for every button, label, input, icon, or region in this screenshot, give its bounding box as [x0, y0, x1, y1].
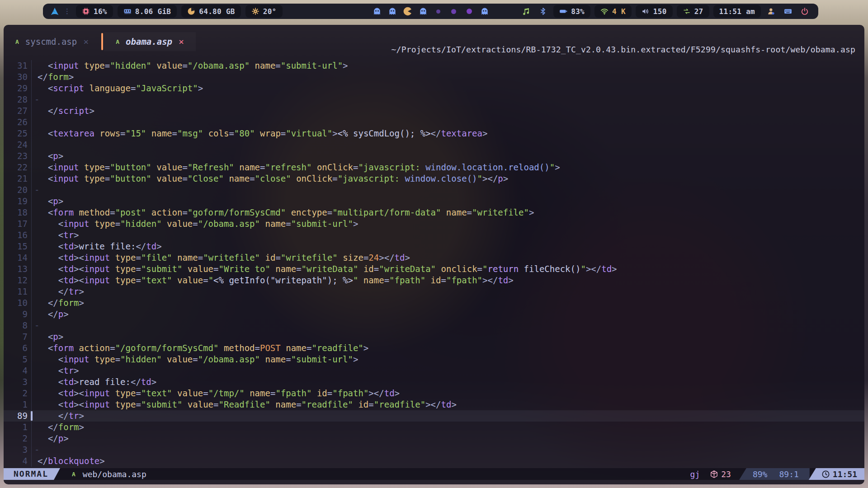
workspace-6[interactable]: [449, 7, 458, 16]
code-line[interactable]: 10 </form>: [4, 297, 864, 309]
code-line[interactable]: 6 <form action="/goform/formSysCmd" meth…: [4, 343, 864, 354]
module-disk[interactable]: 64.80 GB: [181, 5, 241, 18]
workspace-1[interactable]: [373, 7, 382, 16]
code-line[interactable]: 18 <form method="post" action="goform/fo…: [4, 207, 864, 218]
code-line[interactable]: 2 <td><input type="text" value="/tmp/" n…: [4, 388, 864, 399]
time-segment: 11:51: [809, 468, 864, 480]
code-line[interactable]: 12 <td><input type="text" value="<% getI…: [4, 275, 864, 286]
module-memory[interactable]: 8.06 GiB: [118, 5, 177, 18]
word-count-value: 23: [721, 469, 731, 479]
code-line[interactable]: 29 <script language="JavaScript">: [4, 83, 864, 94]
module-updates[interactable]: 27: [677, 5, 709, 18]
code-line[interactable]: 22 <input type="button" value="Refresh" …: [4, 162, 864, 173]
filetype-icon: A: [72, 471, 75, 478]
line-number: 15: [4, 241, 32, 252]
workspace-3[interactable]: [403, 7, 412, 16]
code-line[interactable]: 4 <tr>: [4, 365, 864, 376]
statusline: NORMAL A web/obama.asp gj 23 89% 89:1 11…: [4, 468, 864, 480]
code-line[interactable]: 14 <td><input type="file" name="writefil…: [4, 252, 864, 263]
arch-logo-icon[interactable]: [50, 7, 59, 16]
code-line[interactable]: 26: [4, 117, 864, 128]
keyboard-icon: [784, 7, 792, 15]
module-clock[interactable]: 11:51 am: [713, 5, 761, 18]
code-line[interactable]: 2 </p>: [4, 433, 864, 444]
tab-close-icon[interactable]: ×: [83, 37, 89, 46]
code-text: <p>: [38, 196, 63, 207]
code-line[interactable]: 17 <input type="hidden" value="/obama.as…: [4, 218, 864, 230]
updates-icon: [683, 7, 691, 15]
code-text: </form>: [38, 422, 84, 433]
menu-dots-icon[interactable]: ⋮: [64, 7, 71, 15]
code-text: </tr>: [38, 286, 84, 297]
cpu-icon: [82, 7, 90, 15]
workspace-5[interactable]: [434, 7, 443, 16]
module-cpu-value: 16%: [94, 7, 107, 16]
module-network[interactable]: 4 K: [594, 5, 632, 18]
wifi-icon: [600, 7, 609, 15]
code-line[interactable]: 7 <p>: [4, 331, 864, 343]
tab-label: obama.asp: [126, 37, 172, 47]
code-line[interactable]: 27 </script>: [4, 105, 864, 117]
cube-icon: [710, 470, 718, 479]
code-line[interactable]: 23 <p>: [4, 150, 864, 162]
code-line[interactable]: 89 </tr>: [4, 410, 864, 422]
tab-obama.asp[interactable]: Aobama.asp×: [104, 32, 196, 51]
code-line[interactable]: 25 <textarea rows="15" name="msg" cols="…: [4, 128, 864, 139]
code-text: </form>: [38, 71, 74, 83]
module-battery[interactable]: 83%: [553, 5, 590, 18]
code-line[interactable]: 19 <p>: [4, 196, 864, 207]
tab-syscmd.asp[interactable]: Asyscmd.asp×: [4, 32, 100, 51]
workspace-2[interactable]: [388, 7, 397, 16]
module-media[interactable]: [520, 5, 533, 18]
line-number: 28: [4, 94, 32, 105]
code-line[interactable]: 8-: [4, 320, 864, 331]
module-battery-value: 83%: [571, 7, 585, 16]
module-cpu[interactable]: 16%: [76, 5, 113, 18]
module-user[interactable]: [765, 5, 778, 18]
code-line[interactable]: 15 <td>write file:</td>: [4, 241, 864, 252]
code-line[interactable]: 5 <input type="hidden" value="/obama.asp…: [4, 354, 864, 365]
code-line[interactable]: 28-: [4, 94, 864, 105]
code-line[interactable]: 3-: [4, 444, 864, 455]
code-text: <input type="button" value="Refresh" nam…: [38, 162, 560, 173]
workspace-7[interactable]: [465, 7, 474, 16]
code-line[interactable]: 16 <tr>: [4, 230, 864, 241]
ghost-icon: [480, 7, 489, 16]
code-area[interactable]: 31 <input type="hidden" value="/obama.as…: [4, 60, 864, 467]
module-keyboard-layout[interactable]: [782, 5, 794, 18]
line-number: 23: [4, 150, 32, 162]
code-line[interactable]: 1 <td><input type="submit" value="Readfi…: [4, 399, 864, 410]
workspace-4[interactable]: [419, 7, 428, 16]
code-line[interactable]: 24: [4, 139, 864, 150]
line-number: 16: [4, 230, 32, 241]
code-text: -: [38, 444, 39, 455]
disk-icon: [187, 7, 195, 15]
code-text: <form action="/goform/formSysCmd" method…: [38, 343, 368, 354]
code-line[interactable]: 4</blockquote>: [4, 455, 864, 467]
code-line[interactable]: 20-: [4, 184, 864, 196]
cursor-position: 89:1: [779, 469, 798, 479]
line-number: 5: [4, 354, 32, 365]
code-text: <form method="post" action="goform/formS…: [38, 207, 534, 218]
code-text: -: [38, 94, 39, 105]
code-line[interactable]: 21 <input type="button" value="Close" na…: [4, 173, 864, 184]
bluetooth-icon: [539, 7, 547, 15]
code-line[interactable]: 11 </tr>: [4, 286, 864, 297]
power-icon: [801, 7, 809, 15]
module-disk-value: 64.80 GB: [199, 7, 235, 16]
module-temperature[interactable]: 20°: [245, 5, 283, 18]
tab-close-icon[interactable]: ×: [179, 37, 184, 46]
top-bar-right: 83%4 K1502711:51 am: [520, 4, 818, 19]
module-volume[interactable]: 150: [636, 5, 673, 18]
code-line[interactable]: 3 <td>read file:</td>: [4, 376, 864, 388]
line-number: 10: [4, 297, 32, 309]
code-line[interactable]: 30</form>: [4, 71, 864, 83]
code-text: -: [38, 320, 39, 331]
workspace-8[interactable]: [480, 7, 489, 16]
module-bluetooth[interactable]: [537, 5, 549, 18]
code-line[interactable]: 9 </p>: [4, 309, 864, 320]
module-power[interactable]: [798, 5, 811, 18]
code-line[interactable]: 1 </form>: [4, 422, 864, 433]
code-line[interactable]: 31 <input type="hidden" value="/obama.as…: [4, 60, 864, 71]
code-line[interactable]: 13 <td><input type="submit" value="Write…: [4, 263, 864, 275]
